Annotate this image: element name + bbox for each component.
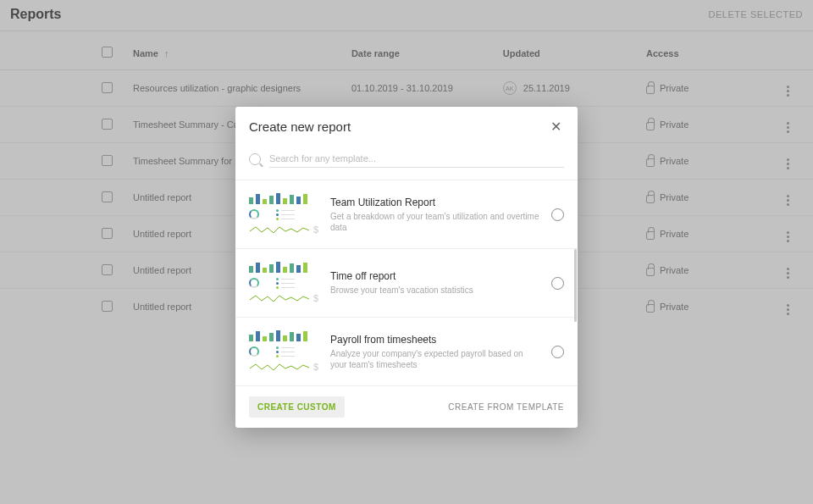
donut-chart-icon [249, 346, 259, 357]
template-item[interactable]: $ Payroll from timesheets Analyze your c… [235, 318, 578, 385]
dollar-icon: $ [313, 293, 318, 303]
create-from-template-button[interactable]: CREATE FROM TEMPLATE [448, 402, 564, 412]
template-item[interactable]: $ Team Utilization Report Get a breakdow… [235, 180, 578, 249]
template-title: Time off report [330, 270, 539, 282]
template-list: $ Team Utilization Report Get a breakdow… [235, 180, 578, 385]
template-search-input[interactable] [269, 150, 564, 168]
template-thumbnail: $ [249, 261, 318, 305]
template-thumbnail: $ [249, 192, 318, 236]
template-title: Team Utilization Report [330, 197, 539, 208]
modal-overlay[interactable]: Create new report ✕ $ Team Utilization R… [0, 0, 813, 504]
template-description: Get a breakdown of your team's utilizati… [330, 211, 539, 233]
donut-chart-icon [249, 278, 259, 288]
template-thumbnail: $ [249, 330, 318, 374]
modal-title: Create new report [249, 119, 351, 134]
search-icon [249, 153, 261, 165]
template-description: Browse your team's vacation statistics [330, 285, 539, 296]
scrollbar[interactable] [574, 249, 577, 322]
template-radio[interactable] [551, 346, 564, 358]
dollar-icon: $ [313, 362, 318, 372]
template-radio[interactable] [551, 277, 564, 290]
template-radio[interactable] [551, 208, 564, 221]
create-report-modal: Create new report ✕ $ Team Utilization R… [235, 107, 578, 428]
donut-chart-icon [249, 209, 259, 219]
template-description: Analyze your company's expected payroll … [330, 348, 539, 370]
template-item[interactable]: $ Time off report Browse your team's vac… [235, 249, 578, 318]
create-custom-button[interactable]: CREATE CUSTOM [249, 396, 345, 418]
template-title: Payroll from timesheets [330, 334, 539, 346]
dollar-icon: $ [313, 224, 318, 235]
close-icon[interactable]: ✕ [547, 119, 564, 135]
